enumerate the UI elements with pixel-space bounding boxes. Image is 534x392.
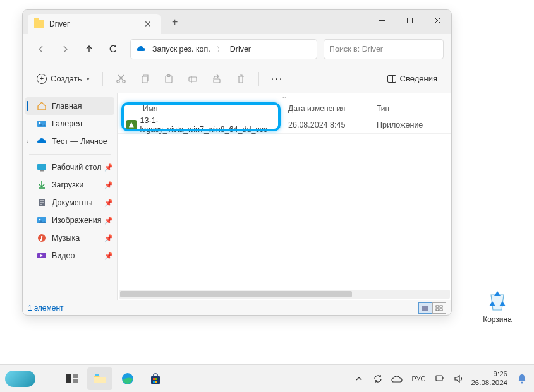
svg-point-24: [39, 219, 41, 221]
sidebar-item-documents[interactable]: Документы 📌: [23, 194, 117, 211]
music-icon: [37, 233, 47, 243]
svg-rect-42: [155, 378, 157, 380]
more-button[interactable]: ···: [265, 73, 288, 85]
date: 26.08.2024: [471, 379, 507, 388]
sidebar-label: Изображения: [52, 216, 102, 225]
separator: [102, 72, 103, 86]
sidebar-item-pictures[interactable]: Изображения 📌: [23, 211, 117, 229]
svg-rect-30: [436, 306, 439, 307]
icons-view-button[interactable]: [432, 302, 446, 314]
forward-button[interactable]: [54, 39, 76, 60]
sidebar-label: Главная: [52, 102, 82, 110]
view-toggle: [418, 302, 446, 314]
cut-button[interactable]: [109, 68, 132, 90]
widgets-button[interactable]: [5, 371, 35, 387]
column-name[interactable]: Имя: [118, 101, 282, 116]
details-view-button[interactable]: [418, 302, 432, 314]
copy-button[interactable]: [133, 68, 156, 90]
language-indicator[interactable]: РУС: [409, 372, 428, 386]
recycle-bin-label: Корзина: [477, 315, 518, 324]
svg-rect-11: [189, 77, 197, 81]
sidebar-label: Галерея: [52, 119, 82, 128]
titlebar: Driver ✕ +: [23, 10, 451, 34]
tray-onedrive-icon[interactable]: [390, 372, 404, 386]
details-pane-icon: [387, 75, 396, 83]
onedrive-icon: [136, 44, 146, 54]
file-row[interactable]: 13-1-legacy_vista_win7_win8_64_dd_ccc 26…: [118, 116, 451, 134]
sidebar-label: Рабочий стол: [52, 163, 101, 172]
maximize-button[interactable]: [396, 10, 423, 30]
collapse-grip[interactable]: ︿: [118, 93, 451, 101]
minimize-button[interactable]: [368, 10, 396, 30]
tray-volume-icon[interactable]: [452, 372, 466, 386]
sidebar-item-videos[interactable]: Видео 📌: [23, 247, 117, 264]
toolbar: + Создать ▾ ··· Сведения: [23, 64, 451, 93]
create-button[interactable]: + Создать ▾: [30, 70, 96, 88]
svg-rect-36: [73, 379, 78, 383]
chevron-right-icon[interactable]: ›: [27, 138, 28, 145]
notifications-icon[interactable]: [515, 372, 529, 386]
create-label: Создать: [51, 74, 82, 83]
close-tab-icon[interactable]: ✕: [142, 18, 154, 30]
sidebar-item-downloads[interactable]: Загрузки 📌: [23, 176, 117, 194]
store-taskbar-button[interactable]: [143, 367, 168, 390]
body: Главная Галерея › Тест — Личное Рабочий …: [23, 93, 451, 300]
pin-icon: 📌: [104, 252, 113, 260]
pictures-icon: [37, 215, 47, 225]
search-input[interactable]: Поиск в: Driver: [324, 39, 444, 59]
column-headers: Имя Дата изменения Тип: [118, 101, 451, 116]
svg-rect-17: [40, 170, 44, 172]
up-button[interactable]: [78, 39, 100, 60]
column-type[interactable]: Тип: [370, 101, 451, 116]
edge-taskbar-button[interactable]: [115, 367, 140, 390]
tray-sync-icon[interactable]: [371, 372, 385, 386]
tab-driver[interactable]: Driver ✕: [28, 14, 161, 34]
file-name: 13-1-legacy_vista_win7_win8_64_dd_ccc: [140, 116, 282, 134]
explorer-taskbar-button[interactable]: [87, 367, 112, 390]
column-date[interactable]: Дата изменения: [282, 101, 370, 116]
sidebar: Главная Галерея › Тест — Личное Рабочий …: [23, 93, 118, 300]
new-tab-button[interactable]: +: [167, 14, 183, 30]
rename-button[interactable]: [181, 68, 204, 90]
clock[interactable]: 9:26 26.08.2024: [471, 370, 510, 388]
tray-chevron-up-icon[interactable]: [352, 372, 366, 386]
file-date: 26.08.2024 8:45: [282, 121, 370, 129]
scrollbar-thumb[interactable]: [120, 291, 352, 297]
sidebar-item-home[interactable]: Главная: [25, 97, 114, 115]
application-icon: [126, 120, 137, 130]
sidebar-label: Документы: [52, 198, 92, 207]
share-button[interactable]: [205, 68, 228, 90]
svg-rect-13: [214, 79, 220, 83]
paste-button[interactable]: [157, 68, 180, 90]
address-bar[interactable]: Запуск рез. коп. 〉 Driver: [130, 39, 317, 59]
details-pane-button[interactable]: Сведения: [381, 70, 444, 87]
delete-button[interactable]: [229, 68, 252, 90]
sidebar-item-music[interactable]: Музыка 📌: [23, 229, 117, 247]
svg-rect-8: [142, 76, 147, 83]
taskbar: РУС 9:26 26.08.2024: [0, 364, 534, 392]
svg-point-47: [521, 381, 523, 383]
svg-rect-32: [436, 309, 439, 311]
taskview-button[interactable]: [59, 367, 85, 390]
sidebar-item-gallery[interactable]: Галерея: [23, 115, 117, 133]
item-count: 1 элемент: [28, 304, 64, 312]
sidebar-item-desktop[interactable]: Рабочий стол 📌: [23, 158, 117, 176]
folder-icon: [34, 20, 44, 28]
close-button[interactable]: [423, 10, 451, 30]
svg-point-5: [123, 80, 125, 83]
svg-point-4: [117, 80, 119, 83]
refresh-button[interactable]: [102, 39, 124, 60]
tray-network-icon[interactable]: [433, 372, 447, 386]
breadcrumb-current[interactable]: Driver: [228, 44, 253, 55]
breadcrumb-root[interactable]: Запуск рез. коп.: [150, 44, 213, 55]
separator: [258, 72, 259, 86]
svg-rect-1: [407, 18, 412, 23]
content-area: ︿ Имя Дата изменения Тип 13-1-legacy_vis…: [118, 93, 451, 300]
file-type: Приложение: [370, 121, 451, 129]
horizontal-scrollbar[interactable]: [119, 290, 450, 299]
back-button[interactable]: [30, 39, 52, 60]
recycle-bin[interactable]: Корзина: [477, 287, 518, 324]
sidebar-item-personal[interactable]: › Тест — Личное: [23, 133, 117, 150]
svg-line-6: [119, 75, 124, 80]
svg-rect-45: [436, 376, 442, 381]
